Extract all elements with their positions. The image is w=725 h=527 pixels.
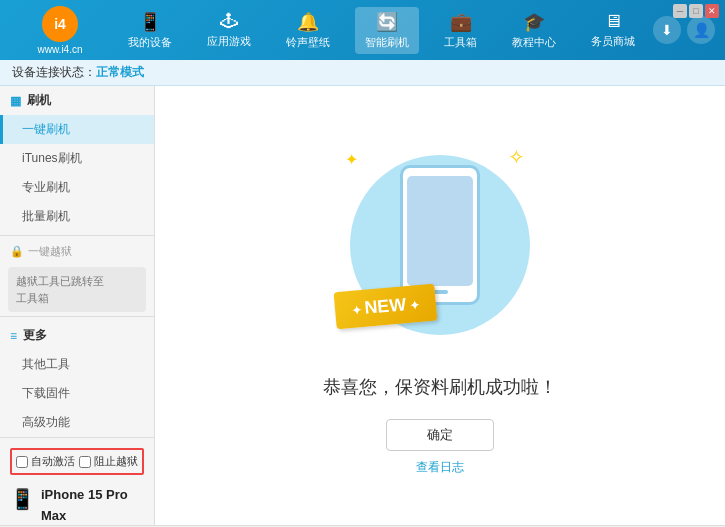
- status-mode: 正常模式: [96, 64, 144, 81]
- auto-activate-checkbox[interactable]: 自动激活: [16, 454, 75, 469]
- phone-screen: [407, 176, 473, 286]
- ringtones-icon: 🔔: [297, 11, 319, 33]
- sidebar: ▦ 刷机 一键刷机 iTunes刷机 专业刷机 批量刷机 🔒 一键越狱: [0, 86, 155, 525]
- nav-tutorial[interactable]: 🎓 教程中心: [502, 7, 566, 54]
- nav-service-label: 务员商城: [591, 34, 635, 49]
- main-nav: 📱 我的设备 🕹 应用游戏 🔔 铃声壁纸 🔄 智能刷机 💼 工具箱 🎓: [110, 7, 653, 54]
- sidebar-bottom: 自动激活 阻止越狱 📱 iPhone 15 Pro Max 512GB iPho…: [0, 437, 154, 525]
- sidebar-section-flash[interactable]: ▦ 刷机: [0, 86, 154, 115]
- jailbreak-info-box: 越狱工具已跳转至 工具箱: [8, 267, 146, 312]
- flash-section-label: 刷机: [27, 92, 51, 109]
- tools-icon: 💼: [450, 11, 472, 33]
- no-jailbreak-input[interactable]: [79, 456, 91, 468]
- auto-activate-input[interactable]: [16, 456, 28, 468]
- device-name: iPhone 15 Pro Max: [41, 485, 144, 525]
- no-jailbreak-checkbox[interactable]: 阻止越狱: [79, 454, 138, 469]
- sidebar-item-other-tools[interactable]: 其他工具: [0, 350, 154, 379]
- nav-app-games-label: 应用游戏: [207, 34, 251, 49]
- more-section-label: 更多: [23, 327, 47, 344]
- sidebar-divider-2: [0, 316, 154, 317]
- nav-my-device-label: 我的设备: [128, 35, 172, 50]
- sidebar-divider-1: [0, 235, 154, 236]
- app-games-icon: 🕹: [220, 11, 238, 32]
- main-content: NEW ✦ ✧ 恭喜您，保资料刷机成功啦！ 确定 查看日志: [155, 86, 725, 525]
- auto-activate-label: 自动激活: [31, 454, 75, 469]
- sidebar-item-batch-flash[interactable]: 批量刷机: [0, 202, 154, 231]
- nav-smart-flash[interactable]: 🔄 智能刷机: [355, 7, 419, 54]
- device-details: iPhone 15 Pro Max 512GB iPhone: [41, 485, 144, 525]
- sidebar-item-pro-flash[interactable]: 专业刷机: [0, 173, 154, 202]
- sidebar-item-itunes-flash[interactable]: iTunes刷机: [0, 144, 154, 173]
- status-bar: 设备连接状态： 正常模式: [0, 60, 725, 86]
- flash-section-icon: ▦: [10, 94, 21, 108]
- nav-smart-flash-label: 智能刷机: [365, 35, 409, 50]
- device-icon: 📱: [10, 487, 35, 511]
- close-button[interactable]: ✕: [705, 4, 719, 18]
- header-actions: ⬇ 👤: [653, 16, 715, 44]
- nav-tutorial-label: 教程中心: [512, 35, 556, 50]
- view-log-link[interactable]: 查看日志: [416, 459, 464, 476]
- maximize-button[interactable]: □: [689, 4, 703, 18]
- status-label: 设备连接状态：: [12, 64, 96, 81]
- service-icon: 🖥: [604, 11, 622, 32]
- nav-app-games[interactable]: 🕹 应用游戏: [197, 7, 261, 53]
- lock-icon: 🔒: [10, 245, 24, 258]
- user-button[interactable]: 👤: [687, 16, 715, 44]
- logo-subtitle: www.i4.cn: [37, 44, 82, 55]
- sidebar-item-one-key-flash[interactable]: 一键刷机: [0, 115, 154, 144]
- nav-my-device[interactable]: 📱 我的设备: [118, 7, 182, 54]
- no-jailbreak-label: 阻止越狱: [94, 454, 138, 469]
- nav-tools-label: 工具箱: [444, 35, 477, 50]
- smart-flash-icon: 🔄: [376, 11, 398, 33]
- window-controls: ─ □ ✕: [673, 4, 719, 18]
- nav-ringtones-label: 铃声壁纸: [286, 35, 330, 50]
- phone-device: [400, 165, 480, 305]
- sidebar-section-jailbreak: 🔒 一键越狱: [0, 240, 154, 263]
- nav-tools[interactable]: 💼 工具箱: [434, 7, 487, 54]
- nav-ringtones[interactable]: 🔔 铃声壁纸: [276, 7, 340, 54]
- confirm-button[interactable]: 确定: [386, 419, 494, 451]
- logo-area: i4 www.i4.cn: [10, 6, 110, 55]
- sidebar-item-advanced[interactable]: 高级功能: [0, 408, 154, 437]
- sidebar-item-download-firmware[interactable]: 下载固件: [0, 379, 154, 408]
- sidebar-section-more[interactable]: ≡ 更多: [0, 321, 154, 350]
- success-message: 恭喜您，保资料刷机成功啦！: [323, 375, 557, 399]
- more-section-icon: ≡: [10, 329, 17, 343]
- tutorial-icon: 🎓: [523, 11, 545, 33]
- app-header: i4 www.i4.cn 📱 我的设备 🕹 应用游戏 🔔 铃声壁纸 🔄 智能刷机: [0, 0, 725, 60]
- my-device-icon: 📱: [139, 11, 161, 33]
- phone-graphic: NEW ✦ ✧: [340, 135, 540, 355]
- sparkle-icon-2: ✧: [508, 145, 525, 169]
- logo-icon: i4: [42, 6, 78, 42]
- minimize-button[interactable]: ─: [673, 4, 687, 18]
- auto-options-box: 自动激活 阻止越狱: [10, 448, 144, 475]
- device-info: 📱 iPhone 15 Pro Max 512GB iPhone: [8, 479, 146, 525]
- download-button[interactable]: ⬇: [653, 16, 681, 44]
- sparkle-icon-1: ✦: [345, 150, 358, 169]
- nav-service[interactable]: 🖥 务员商城: [581, 7, 645, 53]
